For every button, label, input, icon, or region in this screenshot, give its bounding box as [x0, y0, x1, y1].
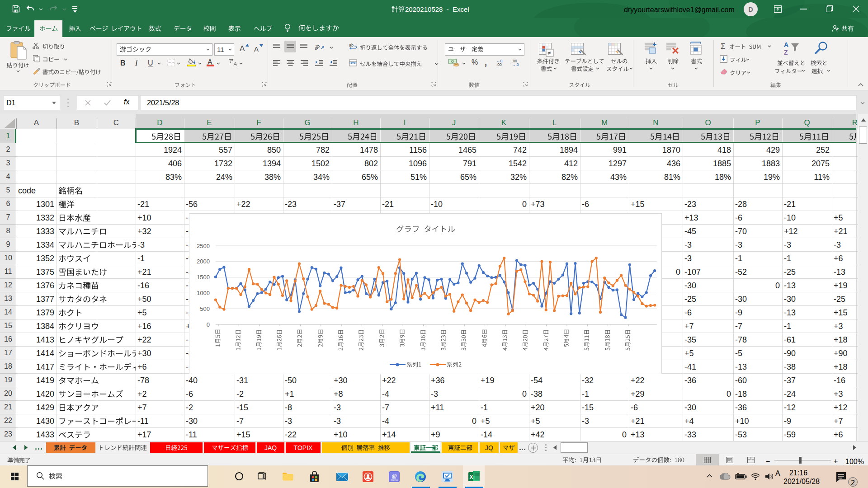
svg-text:@: @	[392, 473, 396, 479]
svg-text:2500: 2500	[197, 243, 210, 249]
svg-text:→.0: →.0	[512, 62, 519, 66]
svg-text:2000: 2000	[197, 258, 210, 265]
svg-text:500: 500	[200, 305, 210, 312]
svg-text:X: X	[469, 474, 473, 480]
svg-text:0: 0	[207, 321, 210, 328]
svg-text:.00: .00	[496, 62, 502, 66]
svg-text:ab: ab	[349, 43, 354, 47]
svg-text:1000: 1000	[197, 290, 210, 296]
svg-text:1500: 1500	[197, 274, 210, 281]
svg-text:ab: ab	[315, 42, 321, 51]
svg-text:menu: menu	[391, 479, 397, 481]
svg-text:≠: ≠	[547, 50, 551, 56]
